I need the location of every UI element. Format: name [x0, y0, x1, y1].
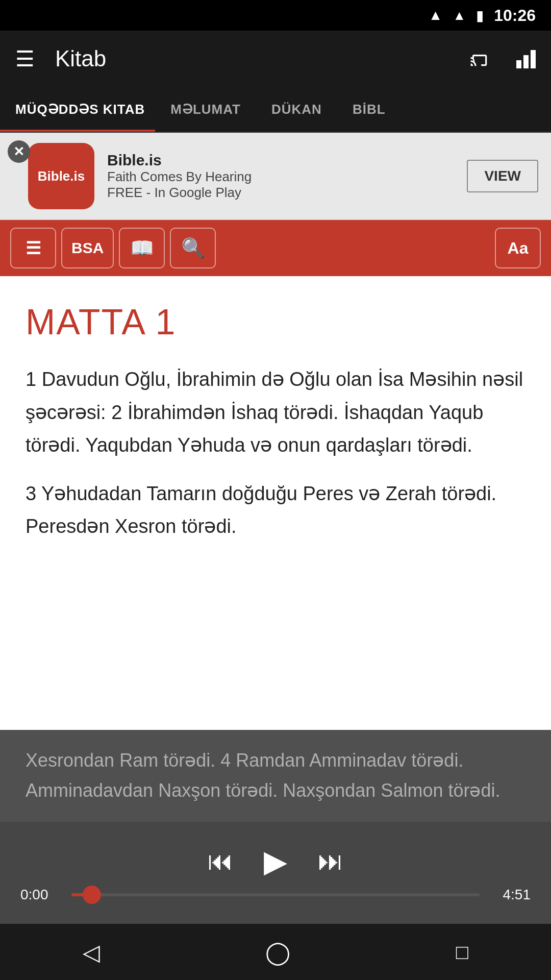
faded-verse-text: Xesrondan Ram törədi. 4 Ramdan Amminadav…	[26, 745, 525, 806]
search-icon: 🔍	[181, 237, 205, 259]
play-icon: ▶	[264, 844, 287, 878]
book-icon: 📖	[130, 237, 154, 259]
ad-app-icon: Bible.is	[28, 143, 94, 209]
tab-dukan[interactable]: DÜKAN	[256, 87, 337, 132]
progress-thumb[interactable]	[83, 886, 101, 904]
faded-reading-overlay: Xesrondan Ram törədi. 4 Ramdan Amminadav…	[0, 730, 551, 822]
nav-recents-button[interactable]: □	[456, 941, 468, 964]
bottom-navigation: ◁ ◯ □	[0, 924, 551, 980]
signal-icon: ▲	[453, 8, 466, 23]
player-controls: ⏮ ▶ ⏭	[20, 843, 531, 879]
player-play-button[interactable]: ▶	[264, 843, 287, 879]
ad-app-name: Bible.is	[107, 152, 454, 169]
status-bar: ▲ ▲ ▮ 10:26	[0, 0, 551, 31]
status-time: 10:26	[494, 6, 536, 25]
player-prev-button[interactable]: ⏮	[208, 846, 233, 876]
hamburger-menu-icon[interactable]: ☰	[15, 46, 35, 71]
close-icon: ✕	[13, 145, 24, 158]
player-current-time: 0:00	[20, 887, 61, 903]
audio-player: ⏮ ▶ ⏭ 0:00 4:51	[0, 822, 551, 924]
ad-info: Bible.is Faith Comes By Hearing FREE - I…	[107, 152, 454, 201]
font-size-label: Aa	[508, 239, 529, 258]
menu-lines-icon: ☰	[26, 238, 41, 258]
progress-track[interactable]	[71, 893, 480, 896]
ad-subtitle2: FREE - In Google Play	[107, 185, 454, 201]
ad-close-button[interactable]: ✕	[8, 140, 30, 163]
reading-area: MATTA 1 1 Davudun Oğlu, İbrahimin də Oğl…	[0, 276, 551, 664]
tab-muqeddes-kitab[interactable]: MÜQƏDDƏS KITAB	[0, 87, 155, 132]
verse-text: 1 Davudun Oğlu, İbrahimin də Oğlu olan İ…	[26, 363, 525, 543]
ad-icon-text: Bible.is	[38, 168, 85, 184]
app-bar: ☰ Kitab	[0, 31, 551, 87]
tabs-bar: MÜQƏDDƏS KITAB MƏLUMAT DÜKAN BİBL	[0, 87, 551, 133]
stats-icon[interactable]	[516, 49, 536, 68]
bible-search-button[interactable]: 🔍	[170, 228, 216, 268]
tab-bibl[interactable]: BİBL	[337, 87, 401, 132]
nav-back-button[interactable]: ◁	[83, 939, 100, 965]
player-progress-bar[interactable]: 0:00 4:51	[20, 887, 531, 903]
ad-banner: ✕ Bible.is Bible.is Faith Comes By Heari…	[0, 133, 551, 220]
ad-view-button[interactable]: VIEW	[467, 160, 538, 192]
bible-menu-button[interactable]: ☰	[10, 228, 56, 268]
app-title: Kitab	[55, 46, 453, 71]
tab-melumat[interactable]: MƏLUMAT	[155, 87, 256, 132]
nav-home-button[interactable]: ◯	[265, 939, 290, 965]
chapter-title: MATTA 1	[26, 302, 525, 342]
verse-1-2: 1 Davudun Oğlu, İbrahimin də Oğlu olan İ…	[26, 363, 525, 462]
skip-next-icon: ⏭	[318, 847, 343, 875]
skip-prev-icon: ⏮	[208, 847, 233, 875]
cast-icon[interactable]	[468, 49, 491, 68]
wifi-icon: ▲	[429, 7, 443, 23]
bible-book-button[interactable]: 📖	[119, 228, 165, 268]
bible-version-button[interactable]: BSA	[61, 228, 114, 268]
player-total-time: 4:51	[490, 887, 531, 903]
bible-font-button[interactable]: Aa	[495, 228, 541, 268]
battery-icon: ▮	[476, 7, 484, 24]
bible-toolbar: ☰ BSA 📖 🔍 Aa	[0, 220, 551, 276]
verse-3: 3 Yəhudadan Tamarın doğduğu Peres və Zer…	[26, 477, 525, 543]
ad-subtitle1: Faith Comes By Hearing	[107, 169, 454, 185]
version-label: BSA	[71, 239, 104, 257]
player-next-button[interactable]: ⏭	[318, 846, 343, 876]
